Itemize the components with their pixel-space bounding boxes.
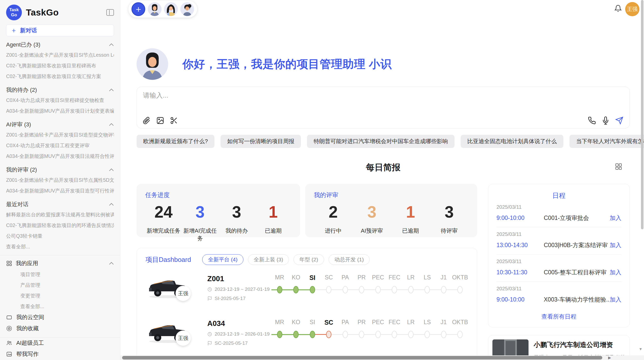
layout-grid-icon[interactable] [615, 163, 622, 170]
event-time: 10:30-11:30 [496, 269, 537, 276]
notification-bell-icon[interactable] [614, 5, 622, 12]
agent-avatar-3[interactable] [180, 2, 194, 16]
sidebar-item[interactable]: Z001-全新燃油轻卡产品开发项目SI节点属性5D文件评审 [6, 175, 114, 185]
suggestion-chip[interactable]: 特朗普可能对进口汽车增税会对中国车企造成哪些影响 [307, 135, 455, 148]
milestone-node-OKTB[interactable] [457, 286, 463, 293]
suggestion-chip[interactable]: 欧洲新规最近颁布了什么? [137, 135, 214, 148]
sidebar-section-header[interactable]: AI评审 (3) [6, 120, 114, 129]
sidebar-item[interactable]: A034-全新新能源MUV产品开发项目计划变更表编写 [6, 106, 114, 116]
new-chat-button[interactable]: ＋ 新对话 [6, 24, 114, 36]
sidebar-item[interactable]: A034-全新新能源MUV产品开发项目法规符合性评审 [6, 151, 114, 161]
milestone-node-KO[interactable] [293, 331, 299, 338]
sidebar-item-star[interactable]: 我的收藏 [6, 323, 114, 334]
join-link[interactable]: 加入 [610, 241, 621, 249]
chevron-up-icon[interactable] [109, 262, 114, 265]
vertical-scrollbar-thumb[interactable] [641, 0, 643, 229]
sidebar-link-label: 我的收藏 [16, 325, 39, 332]
sidebar-item[interactable]: C0X4-动力总成开发项目工程变更评审 [6, 140, 114, 151]
sidebar-section-header[interactable]: 我的评审 (2) [6, 165, 114, 175]
sidebar-item-cloud[interactable]: 我的云空间 [6, 312, 114, 323]
milestone-node-LS[interactable] [425, 286, 430, 293]
sidebar-item[interactable]: 解释最新出台的欧盟报废车法规再生塑料比例被调至15%... [6, 209, 114, 220]
suggestion-chip[interactable]: 当下年轻人对汽车外观有怎样的喜好趋势 [569, 135, 644, 148]
milestone-node-J1[interactable] [441, 286, 446, 293]
chevron-up-icon[interactable] [109, 123, 114, 126]
scroll-right-arrow-icon[interactable]: ▶ [608, 355, 611, 360]
sidebar-collapse-icon[interactable] [106, 9, 114, 16]
chevron-up-icon[interactable] [109, 88, 114, 92]
milestone-node-LR[interactable] [408, 331, 414, 338]
event-main: 9:00-10:00C001-立项审批会加入 [496, 214, 621, 222]
sidebar-section-header[interactable]: 最近对话 [6, 200, 114, 209]
dashboard-tab[interactable]: 全新平台 (4) [202, 254, 243, 265]
chevron-up-icon[interactable] [109, 168, 114, 171]
scissors-icon[interactable] [170, 116, 178, 125]
stat-row: 2进行中3AI预评审1已逾期3待评审 [314, 203, 469, 235]
milestone-node-PA[interactable] [343, 331, 348, 338]
join-link[interactable]: 加入 [610, 296, 621, 304]
sidebar-item-my-apps[interactable]: 我的应用 [6, 258, 114, 269]
sidebar-app-item[interactable]: 项目管理 [6, 269, 114, 280]
milestone-node-FEC[interactable] [392, 331, 397, 338]
milestone-node-PR[interactable] [359, 331, 364, 338]
sidebar-item[interactable]: C02-飞腾新能源轻客改款项目立项汇报方案 [6, 71, 114, 82]
project-row[interactable]: 王强Z0012023-12-19 ~ 2027-01-19SI-2025-05-… [145, 274, 468, 310]
sidebar-item[interactable]: Z001-全新燃油皮卡产品开发项目SI节点Lesson Learn报告 [6, 50, 114, 60]
sidebar-app-item[interactable]: 产品管理 [6, 280, 114, 290]
milestone-node-PA[interactable] [343, 286, 348, 293]
milestone-node-PR[interactable] [359, 286, 364, 293]
sidebar-item[interactable]: A034-全新新能源MUV产品开发项目造型可行性评审 [6, 185, 114, 196]
sidebar-item[interactable]: C02-飞腾新能源轻客改款项目的闭环通告反馈情况 [6, 220, 114, 231]
milestone-node-PEC[interactable] [375, 331, 381, 338]
sidebar-section-label: 我的评审 (2) [6, 166, 37, 174]
milestone-node-OKTB[interactable] [457, 331, 463, 338]
join-link[interactable]: 加入 [610, 268, 621, 276]
image-icon[interactable] [156, 116, 164, 125]
suggestion-chip[interactable]: 如何写一份清晰的项目周报 [221, 135, 301, 148]
sidebar-item[interactable]: Z001-全新燃油轻卡产品开发项目SI造型提交物评审 [6, 129, 114, 140]
milestone-node-J1[interactable] [441, 331, 446, 338]
sidebar-item[interactable]: 查看全部... [6, 241, 114, 252]
sidebar-section-header[interactable]: Agent已办 (3) [6, 40, 114, 50]
user-avatar[interactable]: 王强 [625, 2, 639, 16]
attachment-icon[interactable] [142, 116, 151, 125]
sidebar-item[interactable]: C0X4-动力总成开发项目SI里程碑提交物检查 [6, 95, 114, 106]
microphone-icon[interactable] [602, 116, 610, 125]
send-icon[interactable] [615, 116, 623, 125]
milestone-node-FEC[interactable] [392, 286, 397, 293]
milestone-node-SI[interactable] [310, 331, 315, 338]
dashboard-tab[interactable]: 动总开发 (1) [329, 254, 370, 265]
milestone-node-LS[interactable] [425, 331, 430, 338]
sidebar-item-write[interactable]: 帮我写作 [6, 349, 114, 360]
milestone-node-LR[interactable] [408, 286, 414, 293]
sidebar-item[interactable]: C02-飞腾新能源轻客改款项目里程碑画布 [6, 60, 114, 71]
milestone-node-MR[interactable] [277, 286, 282, 293]
phone-icon[interactable] [588, 116, 596, 125]
sidebar-app-item[interactable]: 变更管理 [6, 290, 114, 301]
sidebar-item-people[interactable]: AI超级员工 [6, 337, 114, 349]
horizontal-scrollbar-thumb[interactable] [122, 356, 602, 359]
milestone-node-SC[interactable] [326, 331, 331, 338]
add-agent-button[interactable]: ＋ [131, 2, 145, 16]
project-row[interactable]: 王强A0342023-12-19 ~ 2026-01-19SC-2025-05-… [145, 319, 468, 354]
scroll-down-arrow-icon[interactable]: ▼ [639, 347, 642, 351]
view-all-schedule-link[interactable]: 查看所有日程 [496, 313, 621, 321]
dashboard-tab[interactable]: 全新上装 (3) [248, 254, 289, 265]
agent-avatar-1[interactable] [148, 2, 162, 16]
dashboard-tab[interactable]: 年型 (2) [294, 254, 324, 265]
sidebar-item[interactable]: 公司Q3轻卡销量 [6, 231, 114, 241]
sidebar-section-header[interactable]: 我的待办 (2) [6, 85, 114, 95]
chevron-up-icon[interactable] [109, 203, 114, 206]
chat-input[interactable] [143, 91, 623, 112]
milestone-node-PEC[interactable] [375, 286, 381, 293]
milestone-node-MR[interactable] [277, 331, 282, 338]
milestone-node-SI[interactable] [310, 286, 315, 293]
agent-avatar-2[interactable] [164, 2, 178, 16]
horizontal-scrollbar[interactable]: ▶ [120, 355, 644, 360]
join-link[interactable]: 加入 [610, 214, 621, 222]
milestone-node-KO[interactable] [293, 286, 299, 293]
sidebar-app-item[interactable]: 查看全部... [6, 301, 114, 312]
milestone-node-SC[interactable] [326, 286, 331, 293]
suggestion-chip[interactable]: 比亚迪全固态电池计划具体说了什么 [461, 135, 563, 148]
chevron-up-icon[interactable] [109, 43, 114, 46]
